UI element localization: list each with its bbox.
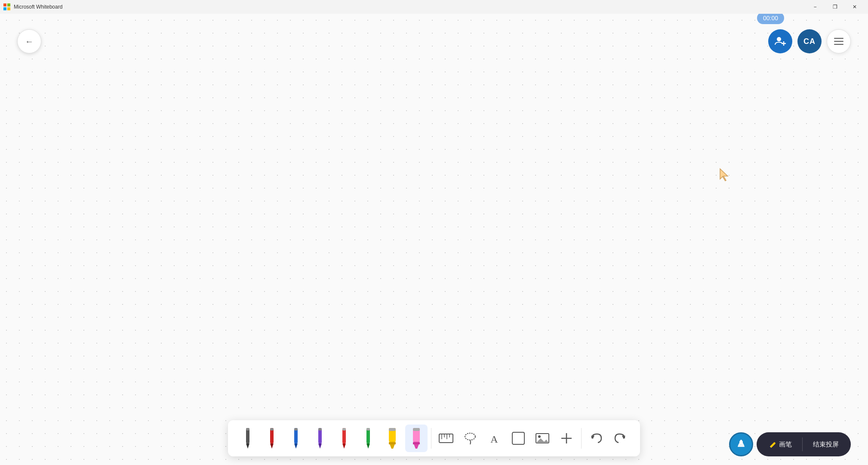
draw-mode-button[interactable]: 画笔 <box>763 437 797 452</box>
pen-purple-button[interactable] <box>309 425 331 452</box>
undo-button[interactable] <box>585 425 607 452</box>
svg-rect-32 <box>413 428 420 431</box>
add-icon <box>559 431 574 446</box>
toolbar-divider-2 <box>581 428 582 449</box>
close-button[interactable]: ✕ <box>845 0 865 14</box>
image-icon <box>535 431 550 446</box>
app-title: Microsoft Whiteboard <box>3 3 62 10</box>
svg-rect-10 <box>246 428 249 431</box>
pen-blue-button[interactable] <box>285 425 307 452</box>
svg-rect-1 <box>7 3 10 6</box>
pen-green-icon <box>364 427 372 450</box>
svg-rect-16 <box>294 428 298 431</box>
top-right-controls: CA <box>768 29 851 53</box>
highlighter-yellow-icon <box>388 427 397 450</box>
svg-rect-22 <box>342 428 346 431</box>
svg-rect-29 <box>389 443 396 444</box>
minimize-button[interactable]: − <box>805 0 825 14</box>
menu-button[interactable] <box>827 29 851 53</box>
highlighter-pink-icon <box>412 427 421 450</box>
bottom-right-controls: 画笔 结束投屏 <box>729 432 851 456</box>
window-controls: − ❐ ✕ <box>805 0 865 14</box>
svg-rect-0 <box>3 3 6 6</box>
svg-marker-44 <box>536 438 549 443</box>
pen-black-button[interactable] <box>237 425 259 452</box>
lasso-button[interactable] <box>459 425 481 452</box>
pen-black-icon <box>244 427 252 450</box>
shape-button[interactable] <box>507 425 529 452</box>
action-bar: 画笔 结束投屏 <box>757 432 851 456</box>
user-avatar-button[interactable]: CA <box>797 29 822 53</box>
text-icon: A <box>486 431 502 446</box>
svg-point-39 <box>465 433 475 440</box>
svg-marker-15 <box>294 443 298 449</box>
svg-marker-12 <box>270 443 274 449</box>
svg-marker-24 <box>366 443 370 449</box>
ruler-button[interactable] <box>435 425 457 452</box>
image-button[interactable] <box>531 425 554 452</box>
svg-rect-2 <box>3 7 6 10</box>
kirin-logo-button[interactable] <box>729 432 753 456</box>
svg-point-50 <box>739 440 743 444</box>
svg-marker-21 <box>342 443 346 449</box>
svg-rect-3 <box>7 7 10 10</box>
kirin-icon <box>733 437 749 452</box>
redo-icon <box>613 431 628 446</box>
end-cast-button[interactable]: 结束投屏 <box>808 437 844 452</box>
whiteboard-canvas[interactable] <box>0 14 868 465</box>
svg-rect-25 <box>366 428 370 431</box>
svg-rect-34 <box>439 434 453 443</box>
pen-purple-icon <box>316 427 324 450</box>
invite-button[interactable] <box>768 29 792 53</box>
restore-button[interactable]: ❐ <box>825 0 845 14</box>
action-divider <box>802 437 803 451</box>
back-button[interactable]: ← <box>17 29 41 53</box>
svg-rect-41 <box>512 432 524 444</box>
add-button[interactable] <box>555 425 578 452</box>
pen-red2-icon <box>340 427 348 450</box>
ruler-icon <box>438 431 454 446</box>
svg-marker-18 <box>318 443 322 449</box>
undo-icon <box>588 431 604 446</box>
timer-display: 00:00 <box>757 12 784 24</box>
pen-green-button[interactable] <box>357 425 379 452</box>
app-icon <box>3 3 10 10</box>
text-button[interactable]: A <box>483 425 505 452</box>
svg-marker-9 <box>246 443 249 449</box>
svg-rect-28 <box>389 428 396 431</box>
toolbar-divider-1 <box>431 428 431 449</box>
title-bar: Microsoft Whiteboard − ❐ ✕ <box>0 0 868 14</box>
shape-icon <box>511 431 526 446</box>
highlighter-yellow-button[interactable] <box>381 425 403 452</box>
pen-red-icon <box>268 427 276 450</box>
svg-rect-19 <box>318 428 322 431</box>
person-add-icon <box>774 35 786 47</box>
pen-red2-button[interactable] <box>333 425 355 452</box>
lasso-icon <box>462 431 478 446</box>
pencil-icon <box>769 440 776 448</box>
svg-text:A: A <box>490 434 498 445</box>
svg-point-4 <box>777 37 781 41</box>
svg-rect-13 <box>270 428 274 431</box>
hamburger-icon <box>834 38 843 45</box>
bottom-toolbar: A <box>228 420 640 456</box>
back-arrow-icon: ← <box>25 37 34 46</box>
highlighter-pink-button[interactable] <box>405 425 428 452</box>
redo-button[interactable] <box>609 425 631 452</box>
pen-red-button[interactable] <box>261 425 283 452</box>
svg-rect-33 <box>413 443 420 444</box>
pen-blue-icon <box>292 427 300 450</box>
svg-point-43 <box>538 435 541 438</box>
